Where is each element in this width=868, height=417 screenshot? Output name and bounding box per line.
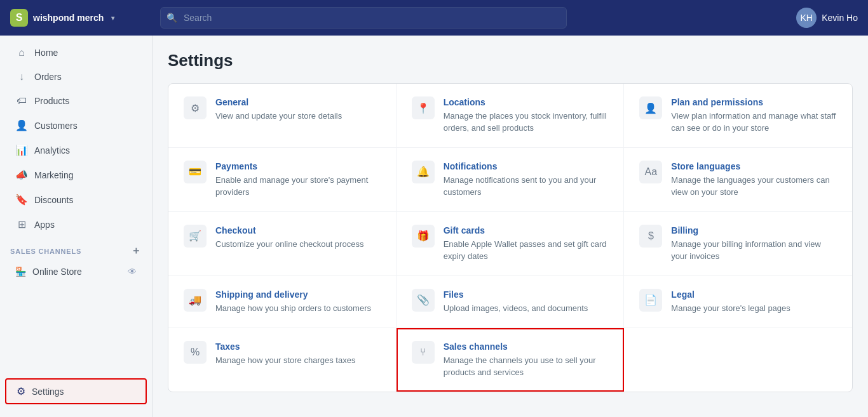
files-desc: Upload images, videos, and documents — [444, 303, 588, 315]
notifications-desc: Manage notifications sent to you and you… — [444, 175, 609, 199]
user-menu[interactable]: KH Kevin Ho — [796, 8, 858, 28]
general-desc: View and update your store details — [215, 110, 342, 122]
shopify-icon: S — [10, 9, 28, 27]
sidebar-label-customers: Customers — [34, 121, 78, 131]
sidebar-item-products[interactable]: 🏷 Products — [5, 89, 147, 112]
sidebar-label-apps: Apps — [34, 220, 55, 230]
settings-icon: ⚙ — [17, 385, 25, 397]
settings-cell-legal[interactable]: 📄LegalManage your store's legal pages — [624, 276, 852, 328]
products-icon: 🏷 — [15, 95, 28, 107]
shipping-delivery-icon: 🚚 — [184, 289, 207, 312]
sidebar-label-home: Home — [34, 48, 58, 58]
brand-chevron-icon: ▾ — [111, 15, 114, 22]
search-icon: 🔍 — [166, 13, 177, 23]
gift-cards-desc: Enable Apple Wallet passes and set gift … — [444, 239, 609, 263]
billing-desc: Manage your billing information and view… — [671, 239, 837, 263]
customers-icon: 👤 — [15, 119, 28, 131]
settings-cell-payments[interactable]: 💳PaymentsEnable and manage your store's … — [168, 148, 397, 212]
sidebar-label-settings: Settings — [32, 387, 64, 397]
legal-title: Legal — [671, 289, 790, 300]
gift-cards-title: Gift cards — [444, 225, 609, 236]
settings-cell-taxes[interactable]: %TaxesManage how your store charges taxe… — [168, 328, 397, 392]
payments-title: Payments — [215, 161, 381, 172]
sidebar-label-products: Products — [34, 96, 69, 106]
avatar: KH — [796, 8, 817, 28]
brand-name: wishpond merch — [33, 13, 104, 23]
gift-cards-icon: 🎁 — [412, 225, 435, 248]
checkout-title: Checkout — [215, 225, 363, 236]
page-title: Settings — [168, 51, 853, 70]
sidebar-label-orders: Orders — [34, 72, 62, 82]
store-languages-title: Store languages — [671, 161, 837, 172]
legal-icon: 📄 — [639, 289, 662, 312]
eye-icon[interactable]: 👁 — [128, 267, 137, 277]
payments-desc: Enable and manage your store's payment p… — [215, 175, 381, 199]
sidebar-item-orders[interactable]: ↓ Orders — [5, 65, 147, 88]
analytics-icon: 📊 — [15, 144, 28, 156]
files-title: Files — [444, 289, 588, 300]
settings-cell-notifications[interactable]: 🔔NotificationsManage notifications sent … — [397, 148, 625, 212]
plan-permissions-icon: 👤 — [639, 96, 662, 119]
sidebar: ⌂ Home ↓ Orders 🏷 Products 👤 Customers 📊… — [0, 36, 153, 417]
payments-icon: 💳 — [184, 161, 207, 183]
sidebar-item-settings[interactable]: ⚙ Settings — [5, 378, 147, 404]
taxes-desc: Manage how your store charges taxes — [215, 355, 355, 367]
plan-permissions-title: Plan and permissions — [671, 96, 837, 108]
sidebar-item-apps[interactable]: ⊞ Apps — [5, 213, 147, 236]
orders-icon: ↓ — [15, 71, 28, 83]
settings-cell-sales-channels[interactable]: ⑂Sales channelsManage the channels you u… — [397, 328, 625, 392]
files-icon: 📎 — [412, 289, 435, 312]
main-content: Settings ⚙GeneralView and update your st… — [153, 36, 868, 417]
settings-card: ⚙GeneralView and update your store detai… — [168, 83, 853, 392]
shipping-delivery-desc: Manage how you ship orders to customers — [215, 303, 371, 315]
settings-cell-empty — [624, 328, 852, 392]
sales-channels-desc: Manage the channels you use to sell your… — [444, 355, 609, 379]
billing-title: Billing — [671, 225, 837, 236]
sidebar-label-online-store: Online Store — [32, 267, 82, 277]
settings-cell-locations[interactable]: 📍LocationsManage the places you stock in… — [397, 84, 625, 148]
top-navigation: S wishpond merch ▾ 🔍 KH Kevin Ho — [0, 0, 868, 36]
store-languages-icon: Aa — [639, 161, 662, 183]
billing-icon: $ — [639, 225, 662, 248]
settings-grid: ⚙GeneralView and update your store detai… — [168, 84, 852, 392]
sidebar-item-marketing[interactable]: 📣 Marketing — [5, 163, 147, 187]
checkout-desc: Customize your online checkout process — [215, 239, 363, 251]
settings-cell-store-languages[interactable]: AaStore languagesManage the languages yo… — [624, 148, 852, 212]
add-sales-channel-icon[interactable]: ＋ — [131, 244, 142, 258]
general-icon: ⚙ — [184, 96, 207, 119]
settings-cell-checkout[interactable]: 🛒CheckoutCustomize your online checkout … — [168, 212, 397, 276]
sidebar-label-analytics: Analytics — [34, 145, 70, 156]
checkout-icon: 🛒 — [184, 225, 207, 248]
search-input[interactable] — [160, 7, 567, 29]
settings-cell-gift-cards[interactable]: 🎁Gift cardsEnable Apple Wallet passes an… — [397, 212, 625, 276]
sidebar-item-analytics[interactable]: 📊 Analytics — [5, 138, 147, 162]
marketing-icon: 📣 — [15, 169, 28, 181]
store-languages-desc: Manage the languages your customers can … — [671, 175, 837, 199]
sales-channels-section-label: SALES CHANNELS ＋ — [0, 237, 152, 260]
sidebar-item-home[interactable]: ⌂ Home — [5, 41, 147, 64]
sales-channels-title: Sales channels — [444, 341, 609, 352]
legal-desc: Manage your store's legal pages — [671, 303, 790, 315]
sidebar-label-marketing: Marketing — [34, 170, 73, 180]
locations-icon: 📍 — [412, 96, 435, 119]
settings-cell-plan-permissions[interactable]: 👤Plan and permissionsView plan informati… — [624, 84, 852, 148]
settings-cell-general[interactable]: ⚙GeneralView and update your store detai… — [168, 84, 397, 148]
sales-channels-icon: ⑂ — [412, 341, 435, 364]
settings-cell-shipping-delivery[interactable]: 🚚Shipping and deliveryManage how you shi… — [168, 276, 397, 328]
settings-cell-files[interactable]: 📎FilesUpload images, videos, and documen… — [397, 276, 625, 328]
sidebar-item-online-store[interactable]: 🏪 Online Store 👁 — [5, 261, 147, 282]
sidebar-item-discounts[interactable]: 🔖 Discounts — [5, 188, 147, 211]
shipping-delivery-title: Shipping and delivery — [215, 289, 371, 300]
plan-permissions-desc: View plan information and manage what st… — [671, 110, 837, 135]
taxes-title: Taxes — [215, 341, 355, 352]
user-name: Kevin Ho — [822, 13, 858, 23]
search-bar: 🔍 — [160, 7, 567, 29]
taxes-icon: % — [184, 341, 207, 364]
brand-logo[interactable]: S wishpond merch ▾ — [10, 9, 150, 27]
apps-icon: ⊞ — [15, 218, 28, 230]
online-store-icon: 🏪 — [15, 267, 26, 277]
discounts-icon: 🔖 — [15, 194, 28, 206]
locations-desc: Manage the places you stock inventory, f… — [444, 110, 609, 135]
settings-cell-billing[interactable]: $BillingManage your billing information … — [624, 212, 852, 276]
sidebar-item-customers[interactable]: 👤 Customers — [5, 114, 147, 137]
